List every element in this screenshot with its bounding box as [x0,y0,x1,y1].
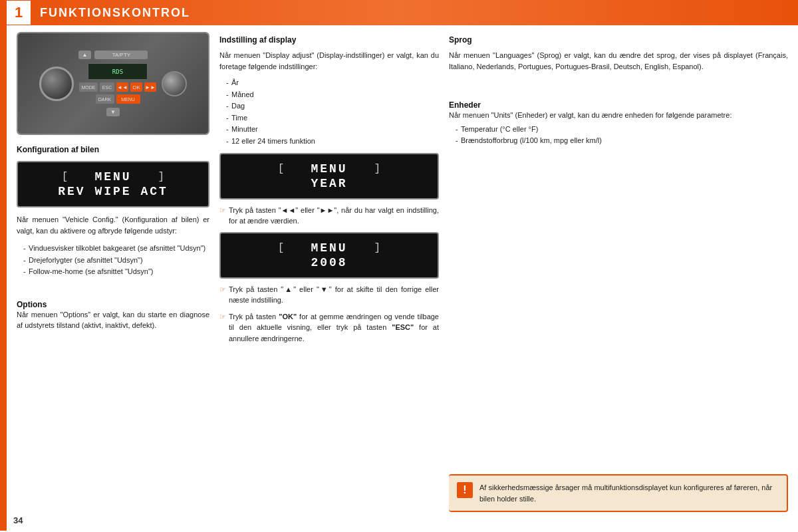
enheder-header: Enheder [449,100,788,110]
warning-icon: ! [457,482,473,498]
arrow-icon-2: ☞ [219,284,226,295]
radio-esc-btn: ESC [100,82,114,92]
radio-rew-btn: ►► [144,82,156,92]
col-mid: Indstilling af display Når menuen "Displ… [219,32,439,512]
list-item: Måned [226,89,439,101]
radio-device-image: ▲ TA/PTY RDS MODE ESC ◄◄ OK [17,32,209,135]
display-body: Når menuen "Display adjust" (Display-ind… [219,50,439,72]
config-display-line1: MENU [94,170,131,184]
radio-btn-up: ▲ [78,51,92,59]
radio-btn-ta: TA/PTY [94,51,148,59]
section-number: 1 [7,1,31,25]
col-left: ▲ TA/PTY RDS MODE ESC ◄◄ OK [17,32,209,512]
display2-line2: 2008 [311,256,347,269]
arrow-icon-3: ☞ [219,311,226,323]
display1-brackets: [ MENU ] [278,162,380,176]
warning-box: ! Af sikkerhedsmæssige årsager må multif… [449,474,788,512]
radio-fwd-btn: OK [130,82,142,92]
instruction3: ☞ Tryk på tasten "OK" for at gemme ændri… [219,311,439,344]
display2-brackets: [ MENU ] [278,241,380,255]
config-header: Konfiguration af bilen [17,145,209,154]
display-header: Indstilling af display [219,35,439,45]
radio-left-knob [39,66,74,101]
config-display-box: [ MENU ] REV WIPE ACT [17,161,209,207]
radio-right-knob [162,71,187,96]
list-item: Minutter [226,124,439,136]
enheder-body: Når menuen "Units" (Enheder) er valgt, k… [449,110,788,121]
warning-text: Af sikkerhedsmæssige årsager må multifun… [479,482,779,504]
enheder-bullet-list: Temperatur (°C eller °F) Brændstofforbru… [449,124,788,147]
list-item: Vinduesvisker tilkoblet bakgearet (se af… [23,243,209,255]
display-year-box: [ MENU ] YEAR [219,153,439,200]
list-item: Brændstofforbrug (l/100 km, mpg eller km… [456,135,788,147]
radio-screen: RDS [88,63,148,80]
radio-dark-btn: DARK [96,94,114,104]
list-item: Temperatur (°C eller °F) [456,124,788,136]
instruction2: ☞ Tryk på tasten "▲" eller "▼" for at sk… [219,284,439,306]
col-right: Sprog Når menuen "Languages" (Sprog) er … [449,32,788,512]
left-tab [0,25,7,531]
options-body: Når menuen "Options" er valgt, kan du st… [17,309,209,331]
list-item: År [226,77,439,89]
list-item: Follow-me-home (se afsnittet "Udsyn") [23,266,209,278]
config-display-line2: REV WIPE ACT [58,185,168,198]
display1-line2: YEAR [311,177,347,190]
options-header: Options [17,300,209,309]
list-item: Dag [226,100,439,112]
ok-bold: "OK" [279,313,297,321]
display2-line1: MENU [311,241,347,255]
main-content: ▲ TA/PTY RDS MODE ESC ◄◄ OK [7,25,798,532]
header: 1 FUNKTIONSKONTROL [0,0,798,25]
page-title: FUNKTIONSKONTROL [40,6,190,20]
list-item: Time [226,112,439,124]
display-bullet-list: År Måned Dag Time Minutter 12 eller 24 t… [219,77,439,148]
config-bullet-list: Vinduesvisker tilkoblet bakgearet (se af… [17,243,209,278]
esc-bold: "ESC" [392,323,414,331]
display1-line1: MENU [311,162,347,176]
sprog-header: Sprog [449,35,788,45]
arrow-icon-1: ☞ [219,205,226,216]
list-item: 12 eller 24 timers funktion [226,136,439,148]
list-item: Drejeforlygter (se afsnittet "Udsyn") [23,255,209,267]
radio-mode-btn: MODE [79,82,98,92]
config-display-brackets: [ MENU ] [62,170,164,184]
radio-menu-btn: MENU [116,94,140,104]
sprog-body: Når menuen "Languages" (Sprog) er valgt,… [449,50,788,72]
config-body-text: Når menuen "Vehicle Config." (Konfigurat… [17,214,209,236]
page-number: 34 [13,515,23,525]
display-2008-box: [ MENU ] 2008 [219,232,439,279]
instruction1: ☞ Tryk på tasten "◄◄" eller "►►", når du… [219,205,439,227]
radio-ok-btn: ◄◄ [116,82,128,92]
radio-btn-down: ▼ [106,108,120,116]
